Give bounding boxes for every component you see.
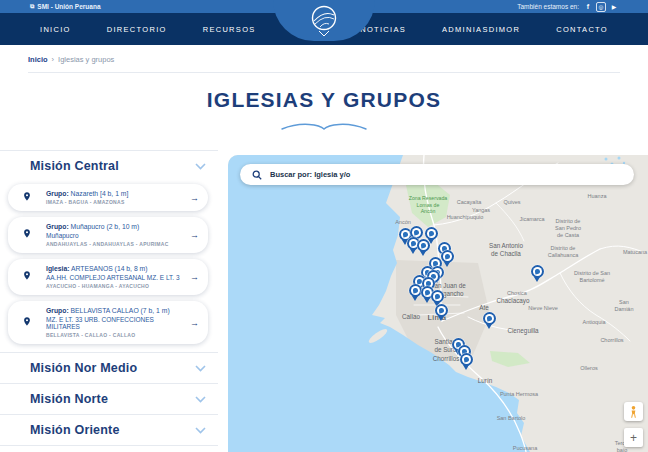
nav-item-adminiasdimor[interactable]: ADMINIASDIMOR	[442, 25, 520, 34]
card-location: AYACUCHO - HUAMANGA - AYACUCHO	[46, 283, 188, 289]
union-peruana-logo[interactable]	[307, 3, 341, 39]
breadcrumb: Inicio › Iglesias y grupos	[28, 55, 114, 64]
breadcrumb-divider	[28, 72, 620, 73]
church-card-list: Grupo: Nazareth [4 b, 1 m] IMAZA - BAGUA…	[0, 181, 218, 352]
breadcrumb-current: Iglesias y grupos	[58, 55, 114, 64]
nav-item-directorio[interactable]: DIRECTORIO	[107, 25, 167, 34]
sidebar-section-mision-central[interactable]: Misión Central	[0, 151, 218, 181]
nav-item-inicio[interactable]: INICIO	[40, 25, 71, 34]
map-marker-pin[interactable]	[531, 265, 544, 278]
external-link-icon: ⧉	[30, 3, 34, 10]
pegman-icon	[629, 405, 638, 419]
map[interactable]: LachaquiHuanzaCacayaltaYangasQuivesZona …	[228, 155, 648, 452]
nav-item-noticias[interactable]: NOTICIAS	[360, 25, 406, 34]
chevron-down-icon[interactable]	[195, 427, 206, 434]
search-placeholder-text: Buscar por: Iglesia y/o	[270, 170, 350, 179]
section-label: Misión Central	[30, 159, 119, 173]
map-marker-pin[interactable]	[435, 304, 448, 317]
card-title: Grupo: BELLAVISTA CALLAO (7 b, 1 m)	[46, 307, 188, 314]
map-marker-pin[interactable]	[483, 312, 496, 325]
nav-item-contacto[interactable]: CONTACTO	[556, 25, 608, 34]
missions-sidebar: Misión Central Grupo: Nazareth [4 b, 1 m…	[0, 150, 218, 452]
instagram-icon[interactable]: ◎	[596, 2, 606, 12]
church-card[interactable]: Grupo: BELLAVISTA CALLAO (7 b, 1 m) MZ. …	[8, 301, 208, 344]
social-label: También estamos en:	[517, 3, 579, 10]
arrow-right-icon[interactable]: →	[190, 318, 199, 328]
card-title: Iglesia: ARTESANOS (14 b, 8 m)	[46, 265, 188, 272]
title-swoosh-ornament	[278, 118, 370, 133]
card-title: Grupo: Nazareth [4 b, 1 m]	[46, 190, 188, 197]
map-marker-pin[interactable]	[431, 290, 444, 303]
location-pin-icon	[22, 314, 32, 332]
youtube-icon[interactable]: ▶	[610, 3, 618, 11]
map-search-input[interactable]: Buscar por: Iglesia y/o	[240, 164, 634, 185]
breadcrumb-home-link[interactable]: Inicio	[28, 55, 48, 64]
sidebar-section-mision-nor-medio[interactable]: Misión Nor Medio	[0, 353, 218, 383]
chevron-down-icon[interactable]	[195, 163, 206, 170]
site-link[interactable]: ⧉ SMI - Unión Peruana	[30, 3, 101, 10]
card-address: Muñapucro	[46, 232, 188, 239]
location-pin-icon	[22, 226, 32, 244]
church-card[interactable]: Grupo: Muñapucro (2 b, 10 m) Muñapucro A…	[8, 217, 208, 253]
card-location: IMAZA - BAGUA - AMAZONAS	[46, 199, 188, 205]
arrow-right-icon[interactable]: →	[190, 230, 199, 240]
arrow-right-icon[interactable]: →	[190, 272, 199, 282]
breadcrumb-separator: ›	[52, 55, 55, 64]
map-marker-pin[interactable]	[460, 353, 473, 366]
location-pin-icon	[22, 189, 32, 207]
sidebar-section-mision-oriente[interactable]: Misión Oriente	[0, 415, 218, 445]
church-card[interactable]: Iglesia: ARTESANOS (14 b, 8 m) AA.HH. CO…	[8, 259, 208, 295]
section-label: Misión Nor Medio	[30, 361, 137, 375]
section-label: Misión Oriente	[30, 423, 120, 437]
nav-item-recursos[interactable]: RECURSOS	[203, 25, 256, 34]
chevron-down-icon[interactable]	[195, 365, 206, 372]
church-card[interactable]: Grupo: Nazareth [4 b, 1 m] IMAZA - BAGUA…	[8, 184, 208, 211]
sidebar-section-mision-norte[interactable]: Misión Norte	[0, 384, 218, 414]
card-address: AA.HH. COMPLEJO ARTESANAL MZ. E LT. 3	[46, 274, 188, 281]
zoom-in-button[interactable]: +	[624, 428, 643, 447]
page-title: IGLESIAS Y GRUPOS	[0, 88, 648, 112]
search-icon	[252, 170, 262, 180]
arrow-right-icon[interactable]: →	[190, 193, 199, 203]
card-location: ANDAHUAYLAS - ANDAHUAYLAS - APURIMAC	[46, 241, 188, 247]
card-title: Grupo: Muñapucro (2 b, 10 m)	[46, 223, 188, 230]
card-location: BELLAVISTA - CALLAO - CALLAO	[46, 332, 188, 338]
map-marker-pin[interactable]	[425, 227, 438, 240]
card-address: MZ. E LT. 33 URB. CONFECCIONES MILITARES	[46, 316, 188, 330]
facebook-icon[interactable]: f	[584, 3, 592, 11]
chevron-down-icon[interactable]	[195, 396, 206, 403]
map-marker-pin[interactable]	[417, 239, 430, 252]
map-marker-pin[interactable]	[441, 250, 454, 263]
location-pin-icon	[22, 268, 32, 286]
section-label: Misión Norte	[30, 392, 108, 406]
pegman-button[interactable]	[624, 402, 643, 421]
site-link-label: SMI - Unión Peruana	[37, 3, 100, 10]
divider	[0, 445, 218, 446]
map-marker-pin[interactable]	[409, 284, 422, 297]
